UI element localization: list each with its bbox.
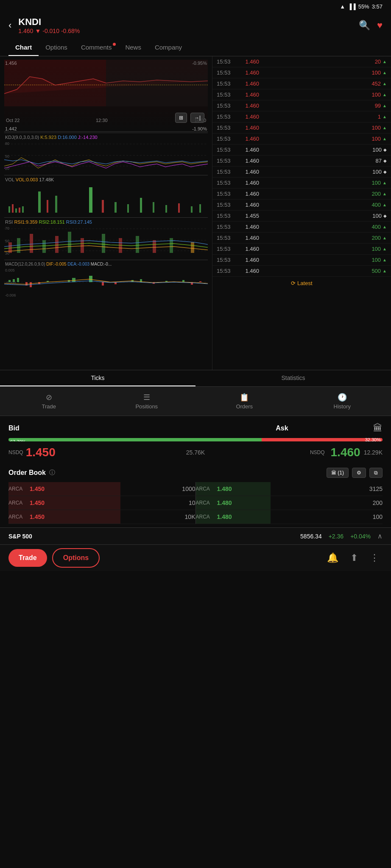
nav-orders[interactable]: 📋 Orders <box>196 390 293 412</box>
bid-pct: 67.70% <box>8 439 26 441</box>
rsi3-value: RSI3:27.145 <box>66 219 92 225</box>
share-button[interactable]: ⬆ <box>347 549 361 567</box>
ob-bid-col: ARCA 1.450 10 <box>8 496 196 510</box>
bid-ask-section: Bid Ask 🏛 67.70% 32.30% NSDQ 1.450 25.76… <box>0 416 391 464</box>
ask-size: 12.29K <box>364 449 383 456</box>
chart-price-bottom: 1.442 <box>5 126 17 131</box>
ob-filter-button[interactable]: ⚙ <box>352 468 366 478</box>
svg-rect-17 <box>140 198 142 213</box>
tick-price: 1.460 <box>236 180 259 186</box>
order-book-section: Order Book ⓘ 🏛 (1) ⚙ ⧉ ARCA 1.450 1000 A… <box>0 464 391 527</box>
up-arrow-icon: ▲ <box>383 81 387 86</box>
ob-ask-qty: 3125 <box>251 485 383 492</box>
svg-rect-1 <box>106 60 208 106</box>
ticks-toggle-button[interactable]: Ticks <box>0 370 196 386</box>
extend-button[interactable]: →| <box>190 113 204 123</box>
kdj-chart-svg <box>4 141 208 172</box>
ob-grid-button[interactable]: ⧉ <box>369 468 383 478</box>
header: ‹ KNDI 1.460 ▼ -0.010 -0.68% 🔍 ♥ <box>0 13 391 39</box>
options-button[interactable]: Options <box>52 548 100 568</box>
ob-bid-bar <box>8 496 120 510</box>
tab-chart[interactable]: Chart <box>8 39 39 56</box>
ob-ask-bar <box>196 496 271 510</box>
macd-level-1: 0.005 <box>5 268 15 272</box>
tick-row: 15:53 1.460 100 ▲ <box>212 177 391 189</box>
bid-ask-bar: 67.70% 32.30% <box>8 438 383 441</box>
up-arrow-icon: ▲ <box>383 136 387 141</box>
statistics-toggle-button[interactable]: Statistics <box>196 370 391 386</box>
svg-rect-14 <box>102 200 104 213</box>
tick-time: 15:53 <box>217 69 236 76</box>
latest-button[interactable]: ⟳ Latest <box>212 277 391 290</box>
tick-price: 1.460 <box>236 268 259 274</box>
svg-rect-13 <box>89 187 92 213</box>
search-button[interactable]: 🔍 <box>359 20 370 31</box>
favorite-button[interactable]: ♥ <box>377 20 383 31</box>
bid-ask-header: Bid Ask 🏛 <box>8 423 383 434</box>
svg-rect-8 <box>19 208 20 213</box>
ticker-symbol: KNDI <box>18 17 359 28</box>
tick-time: 15:53 <box>217 58 236 65</box>
ticker-info: KNDI 1.460 ▼ -0.010 -0.68% <box>18 17 359 34</box>
nav-trade[interactable]: ⊘ Trade <box>0 390 98 412</box>
rsi1-value: RSI1:9.359 <box>14 219 37 225</box>
nav-positions[interactable]: ☰ Positions <box>98 390 196 412</box>
tick-time: 15:53 <box>217 136 236 142</box>
tick-row: 15:53 1.460 20 ▲ <box>212 56 391 67</box>
kdj-label: KDJ(9.0,3.0,3.0) <box>5 135 39 140</box>
bank-icon[interactable]: 🏛 <box>373 423 383 434</box>
ob-bank-button[interactable]: 🏛 (1) <box>327 468 349 478</box>
tick-vol: 100 ▲ <box>259 257 387 263</box>
diamond-icon: ◆ <box>383 214 387 218</box>
tab-company[interactable]: Company <box>148 39 189 56</box>
rsi-chart: 70 50 30 <box>4 225 208 257</box>
tick-row: 15:53 1.460 99 ▲ <box>212 100 391 111</box>
tab-comments[interactable]: Comments <box>74 39 119 56</box>
back-button[interactable]: ‹ <box>8 20 11 31</box>
trade-icon: ⊘ <box>46 393 52 402</box>
svg-rect-9 <box>22 206 24 213</box>
fullscreen-button[interactable]: ⊞ <box>175 113 187 123</box>
svg-rect-35 <box>136 236 139 253</box>
sp-collapse-button[interactable]: ∧ <box>377 532 383 540</box>
tick-time: 15:53 <box>217 125 236 131</box>
svg-rect-28 <box>30 234 33 253</box>
up-arrow-icon: ▲ <box>383 236 387 240</box>
more-button[interactable]: ⋮ <box>366 549 383 567</box>
ask-bar: 32.30% <box>262 438 383 441</box>
bid-size: 25.76K <box>186 449 205 456</box>
price-change: -0.010 <box>42 28 59 34</box>
rsi-label: RSI <box>5 219 13 225</box>
svg-rect-58 <box>199 281 201 282</box>
up-arrow-icon: ▲ <box>383 70 387 75</box>
nav-history[interactable]: 🕐 History <box>293 390 391 412</box>
up-arrow-icon: ▲ <box>383 114 387 119</box>
sp-name: S&P 500 <box>8 533 32 540</box>
notifications-button[interactable]: 🔔 <box>324 549 342 567</box>
diamond-icon: ◆ <box>383 158 387 163</box>
svg-rect-0 <box>4 60 106 106</box>
info-icon[interactable]: ⓘ <box>49 469 55 477</box>
sp-pct: +0.04% <box>350 533 371 540</box>
up-arrow-icon: ▲ <box>383 258 387 262</box>
trade-button[interactable]: Trade <box>8 549 47 567</box>
ob-bid-bar <box>8 510 120 524</box>
svg-rect-7 <box>15 208 17 213</box>
tab-options[interactable]: Options <box>39 39 74 56</box>
tick-time: 15:53 <box>217 158 236 164</box>
tick-row: 15:53 1.460 200 ▲ <box>212 189 391 200</box>
bid-exchange: NSDQ <box>8 449 23 455</box>
tick-price: 1.460 <box>236 58 259 65</box>
ob-row: ARCA 1.450 10K ARCA 1.480 100 <box>8 510 383 524</box>
order-book-rows: ARCA 1.450 1000 ARCA 1.480 3125 ARCA 1.4… <box>8 482 383 524</box>
tick-row: 15:53 1.460 100 ▲ <box>212 133 391 144</box>
tab-news[interactable]: News <box>118 39 148 56</box>
tick-vol: 100 ▲ <box>259 69 387 76</box>
nav-history-label: History <box>334 403 351 410</box>
wifi-icon: ▲ <box>340 3 345 10</box>
svg-rect-33 <box>102 234 105 253</box>
svg-rect-6 <box>12 204 14 213</box>
order-book-title: Order Book <box>8 469 46 477</box>
tick-price: 1.460 <box>236 235 259 241</box>
tick-row: 15:53 1.460 500 ▲ <box>212 266 391 277</box>
